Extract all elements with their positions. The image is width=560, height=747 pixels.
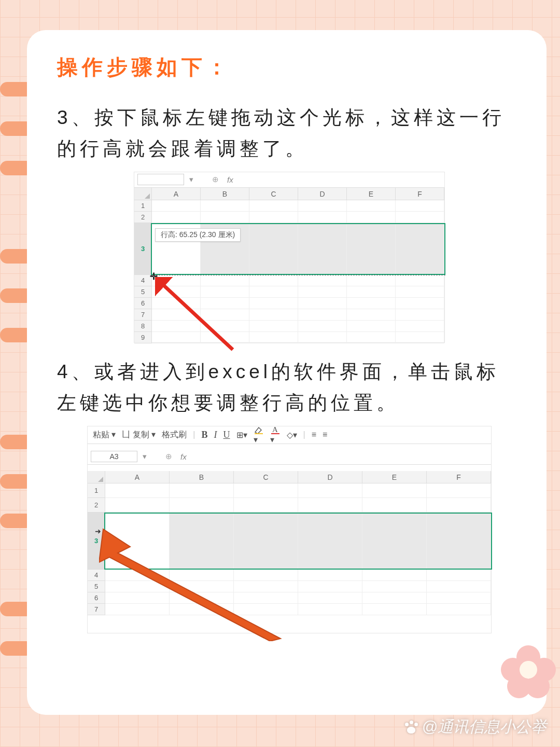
copy-button[interactable]: 凵 复制 ▾ xyxy=(122,430,156,440)
row-3[interactable]: 3 xyxy=(134,223,151,275)
screenshot-1: ▾ ⊕ fx A B C D E F 1 2 3 xyxy=(134,172,445,343)
col2-C[interactable]: C xyxy=(234,471,298,483)
col-B[interactable]: B xyxy=(201,188,249,200)
row-1[interactable]: 1 xyxy=(134,200,151,212)
svg-rect-1 xyxy=(255,433,263,434)
watermark: @通讯信息小公举 xyxy=(403,716,547,738)
zoom-icon-2[interactable]: ⊕ xyxy=(165,452,172,461)
font-color-button[interactable]: A▾ xyxy=(270,425,281,445)
col2-E[interactable]: E xyxy=(362,471,427,483)
svg-text:A: A xyxy=(272,425,278,434)
resize-guide xyxy=(151,275,445,275)
row2-1[interactable]: 1 xyxy=(88,483,105,498)
watermark-text: @通讯信息小公举 xyxy=(422,716,547,738)
row2-5[interactable]: 5 xyxy=(88,581,105,592)
select-all-corner-2[interactable] xyxy=(88,471,105,483)
ribbon-toolbar: 粘贴 ▾ 凵 复制 ▾ 格式刷 | B I U ⊞▾ ▾ A▾ ◇▾ | ≡ ≡ xyxy=(88,426,491,444)
row2-6[interactable]: 6 xyxy=(88,592,105,604)
border-button[interactable]: ⊞▾ xyxy=(236,430,247,440)
col-F[interactable]: F xyxy=(396,188,444,200)
formula-bar-2: A3 ▾ ⊕ fx xyxy=(88,449,491,465)
cells-area-2[interactable] xyxy=(105,483,491,615)
col2-B[interactable]: B xyxy=(170,471,234,483)
column-headers-2[interactable]: A B C D E F xyxy=(88,471,491,483)
format-painter-button[interactable]: 格式刷 xyxy=(162,430,187,440)
row-8[interactable]: 8 xyxy=(134,321,151,332)
section-title: 操作步骤如下： xyxy=(57,53,522,81)
namebox-dropdown-icon[interactable]: ▾ xyxy=(187,175,195,184)
col-A[interactable]: A xyxy=(152,188,201,200)
name-box-2[interactable]: A3 xyxy=(91,451,137,462)
note-card: 操作步骤如下： 3、按下鼠标左键拖动这个光标，这样这一行的行高就会跟着调整了。 … xyxy=(27,30,547,715)
col-C[interactable]: C xyxy=(249,188,298,200)
fx-label-2[interactable]: fx xyxy=(180,452,187,461)
svg-rect-3 xyxy=(271,433,279,434)
paw-icon xyxy=(403,721,419,734)
row2-4[interactable]: 4 xyxy=(88,570,105,581)
select-all-corner[interactable] xyxy=(134,188,152,200)
italic-button[interactable]: I xyxy=(214,430,217,440)
align-left-button[interactable]: ≡ xyxy=(312,430,316,439)
cells-area[interactable] xyxy=(152,200,444,343)
col2-F[interactable]: F xyxy=(427,471,491,483)
col-E[interactable]: E xyxy=(347,188,396,200)
column-headers[interactable]: A B C D E F xyxy=(134,188,444,200)
paste-button[interactable]: 粘贴 ▾ xyxy=(93,430,116,440)
row2-3[interactable]: 3 xyxy=(88,513,105,570)
row-9[interactable]: 9 xyxy=(134,332,151,343)
row-headers[interactable]: 1 2 3 4 5 6 7 8 9 xyxy=(134,200,152,343)
step-3-text: 3、按下鼠标左键拖动这个光标，这样这一行的行高就会跟着调整了。 xyxy=(57,102,522,164)
resize-cursor-icon: ✛ xyxy=(150,271,158,282)
col2-D[interactable]: D xyxy=(298,471,362,483)
eraser-button[interactable]: ◇▾ xyxy=(287,430,297,440)
formula-bar: ▾ ⊕ fx xyxy=(134,172,444,188)
col-D[interactable]: D xyxy=(298,188,347,200)
zoom-icon[interactable]: ⊕ xyxy=(212,175,219,184)
fill-color-button[interactable]: ▾ xyxy=(254,425,264,445)
row-headers-2[interactable]: 1 2 3 4 5 6 7 xyxy=(88,483,105,615)
screenshot-2: 粘贴 ▾ 凵 复制 ▾ 格式刷 | B I U ⊞▾ ▾ A▾ ◇▾ | ≡ ≡… xyxy=(87,426,492,633)
name-box[interactable] xyxy=(137,174,184,185)
row-7[interactable]: 7 xyxy=(134,309,151,321)
col2-A[interactable]: A xyxy=(105,471,170,483)
row2-2[interactable]: 2 xyxy=(88,498,105,513)
fx-label[interactable]: fx xyxy=(227,175,233,184)
namebox-dropdown-icon-2[interactable]: ▾ xyxy=(141,452,149,461)
row-4[interactable]: 4 xyxy=(134,275,151,286)
align-center-button[interactable]: ≡ xyxy=(323,430,327,439)
row-6[interactable]: 6 xyxy=(134,298,151,309)
row-height-tooltip: 行高: 65.25 (2.30 厘米) xyxy=(155,228,241,242)
underline-button[interactable]: U xyxy=(223,430,230,440)
flower-decoration xyxy=(500,645,557,702)
row-pointer-icon: ➜ xyxy=(95,527,101,535)
step-4-text: 4、或者进入到excel的软件界面，单击鼠标左键选中你想要调整行高的位置。 xyxy=(57,356,522,419)
row-2[interactable]: 2 xyxy=(134,212,151,223)
row2-7[interactable]: 7 xyxy=(88,604,105,615)
row-5[interactable]: 5 xyxy=(134,286,151,298)
bold-button[interactable]: B xyxy=(202,430,208,440)
